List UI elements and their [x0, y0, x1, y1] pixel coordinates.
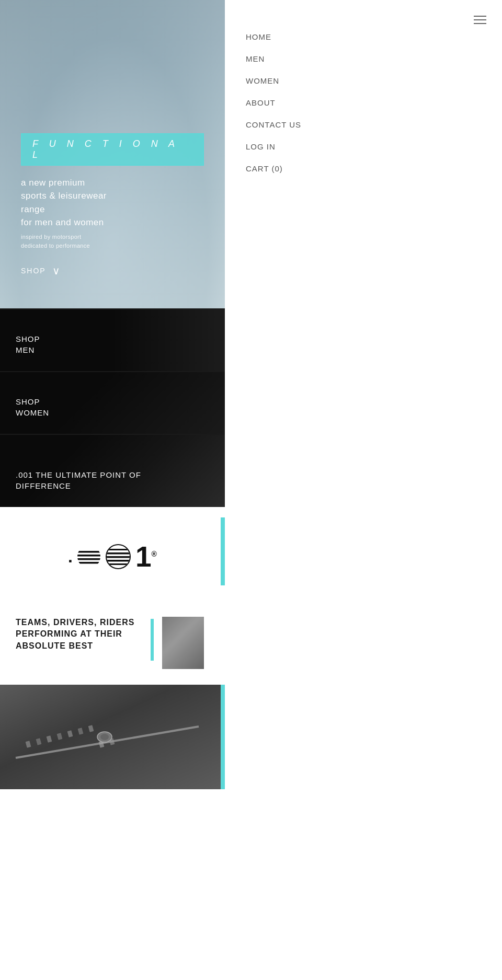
shop-women-label: SHOP WOMEN [16, 396, 209, 418]
svg-point-30 [100, 734, 109, 740]
nav-item-men[interactable]: MEN [246, 48, 481, 70]
nav-link-home[interactable]: HOME [246, 32, 271, 41]
cyan-accent-bar [221, 517, 225, 585]
hero-main-text: a new premium sports & leisurewear range… [21, 176, 204, 229]
svg-rect-9 [76, 558, 102, 560]
chevron-down-icon: ∨ [52, 264, 61, 277]
shop-label: SHOP [21, 267, 46, 275]
tagline-text: TEAMS, DRIVERS, RIDERS PERFORMING AT THE… [16, 617, 142, 652]
nav-item-women[interactable]: WOMEN [246, 70, 481, 92]
point001-label: .001 THE ULTIMATE POINT OF DIFFERENCE [16, 469, 209, 491]
hero-section: F U N C T I O N A L a new premium sports… [0, 0, 225, 308]
nav-menu-list: HOME MEN WOMEN ABOUT CONTACT US LOG IN [246, 26, 481, 180]
svg-rect-18 [0, 685, 225, 789]
logo-section: . [0, 507, 225, 601]
right-navigation: HOME MEN WOMEN ABOUT CONTACT US LOG IN [225, 0, 502, 980]
tagline-section: TEAMS, DRIVERS, RIDERS PERFORMING AT THE… [0, 601, 225, 685]
tagline-image [162, 617, 204, 669]
nav-item-cart[interactable]: CART (0) [246, 158, 481, 180]
zipper-section [0, 685, 225, 789]
shop-women-section[interactable]: SHOP WOMEN [0, 371, 225, 434]
shop-men-label: SHOP MEN [16, 333, 209, 355]
nav-link-about[interactable]: ABOUT [246, 98, 276, 107]
svg-rect-8 [76, 555, 102, 557]
brand-logo: . [68, 543, 157, 571]
logo-circle1 [76, 544, 102, 570]
nav-link-login[interactable]: LOG IN [246, 142, 276, 151]
hamburger-line1 [474, 16, 486, 17]
functional-badge: F U N C T I O N A L [21, 133, 204, 166]
functional-label: F U N C T I O N A L [32, 139, 178, 160]
shop-men-section[interactable]: SHOP MEN [0, 308, 225, 371]
nav-item-login[interactable]: LOG IN [246, 136, 481, 158]
nav-link-men[interactable]: MEN [246, 54, 265, 63]
shop-button[interactable]: SHOP ∨ [21, 264, 204, 277]
zipper-image [0, 685, 225, 789]
svg-rect-16 [105, 560, 131, 562]
svg-rect-5 [76, 544, 102, 570]
nav-item-contact[interactable]: CONTACT US [246, 114, 481, 136]
tagline-cyan-bar [151, 619, 154, 661]
zipper-cyan-bar [221, 685, 225, 789]
svg-rect-15 [105, 556, 131, 558]
hamburger-menu[interactable] [474, 16, 486, 24]
logo-dot-symbol: . [68, 547, 73, 567]
nav-link-women[interactable]: WOMEN [246, 76, 279, 85]
zipper-svg [0, 685, 225, 789]
hero-tagline: a new premium sports & leisurewear range… [21, 176, 204, 251]
hamburger-line3 [474, 23, 486, 24]
hero-sub-text: inspired by motorsport dedicated to perf… [21, 233, 204, 251]
logo-numeral: 1® [135, 543, 157, 571]
nav-item-home[interactable]: HOME [246, 26, 481, 48]
svg-rect-7 [76, 551, 102, 553]
svg-rect-10 [76, 562, 102, 564]
svg-rect-14 [105, 552, 131, 555]
point001-section[interactable]: .001 THE ULTIMATE POINT OF DIFFERENCE [0, 434, 225, 507]
main-navigation: HOME MEN WOMEN ABOUT CONTACT US LOG IN [246, 26, 481, 180]
nav-item-about[interactable]: ABOUT [246, 92, 481, 114]
nav-link-contact[interactable]: CONTACT US [246, 120, 301, 129]
nav-link-cart[interactable]: CART (0) [246, 164, 283, 173]
hamburger-line2 [474, 19, 486, 20]
logo-circle2 [105, 544, 131, 570]
